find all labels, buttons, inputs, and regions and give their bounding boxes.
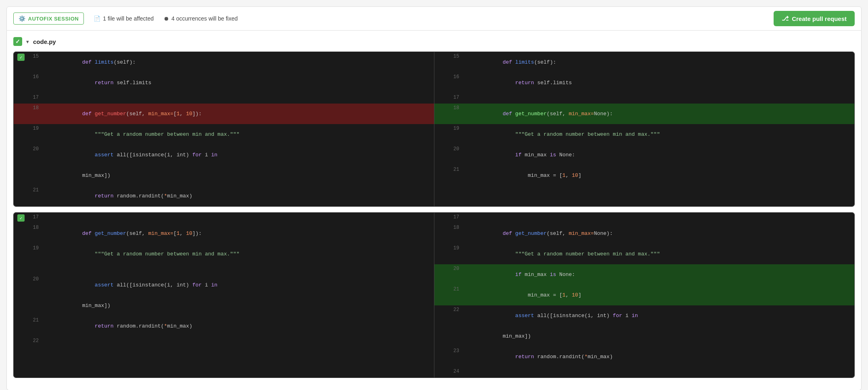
code-line-2r-19: 19 """Get a random number between min an… xyxy=(434,244,855,264)
file-name: code.py xyxy=(33,38,56,45)
code-line-left-header: ✓ 15 def limits(self): xyxy=(14,52,434,73)
line-num: 22 xyxy=(449,305,463,313)
code-line-r-21: 21 min_max = [1, 10] xyxy=(434,165,855,186)
create-pr-label: Create pull request xyxy=(792,15,847,22)
line-content: return self.limits xyxy=(463,73,855,93)
line-num xyxy=(28,264,43,266)
line-content: """Get a random number between min and m… xyxy=(43,244,434,264)
line-num: 23 xyxy=(449,346,463,354)
line-num: 21 xyxy=(28,316,43,323)
line-content: min_max]) xyxy=(43,165,434,186)
code-line-r-18-added: 18 def get_number(self, min_max=None): xyxy=(434,104,855,124)
create-pr-button[interactable]: ⎇ Create pull request xyxy=(774,11,855,26)
line-check-1[interactable]: ✓ xyxy=(14,52,28,61)
line-content: """Get a random number between min and m… xyxy=(463,124,855,145)
line-content: min_max]) xyxy=(463,326,855,346)
main-container: ✓ ▾ code.py ✓ 15 def limits(self): xyxy=(6,31,862,390)
line-content xyxy=(43,93,434,95)
code-line-2r-17: 17 xyxy=(434,213,855,223)
line-num: 15 xyxy=(449,52,463,59)
line-content xyxy=(43,336,434,339)
line-num: 19 xyxy=(449,244,463,251)
code-line-2r-18: 18 def get_number(self, min_max=None): xyxy=(434,223,855,244)
code-line-2l-empty1 xyxy=(14,264,434,275)
line-content: min_max]) xyxy=(43,295,434,316)
code-line-2l-20b: min_max]) xyxy=(14,295,434,316)
diff-block-1: ✓ 15 def limits(self): 16 return self.li… xyxy=(13,52,855,207)
line-num: 20 xyxy=(449,264,463,272)
code-line-2r-22: 22 assert all([isinstance(i, int) for i … xyxy=(434,305,855,326)
occurrences-stat: ⏺ 4 occurrences will be fixed xyxy=(163,15,238,22)
code-line-l-21: 21 return random.randint(*min_max) xyxy=(14,186,434,206)
file-icon: 📄 xyxy=(94,15,100,22)
line-num: 22 xyxy=(28,336,43,344)
file-header: ✓ ▾ code.py xyxy=(13,37,855,46)
code-line-l-20: 20 assert all([isinstance(i, int) for i … xyxy=(14,145,434,165)
line-num: 20 xyxy=(28,275,43,282)
code-line-2l-20: 20 assert all([isinstance(i, int) for i … xyxy=(14,275,434,295)
line-num: 17 xyxy=(28,93,43,100)
code-line-2l-21: 21 return random.randint(*min_max) xyxy=(14,316,434,336)
diff-left-2: ✓ 17 18 def get_number(self, min_max=[1,… xyxy=(14,213,434,378)
code-line-r-16: 16 return self.limits xyxy=(434,73,855,93)
line-content xyxy=(43,213,434,215)
code-line-2l-18: 18 def get_number(self, min_max=[1, 10])… xyxy=(14,223,434,244)
line-num: 20 xyxy=(28,145,43,152)
code-line-2r-24: 24 xyxy=(434,367,855,378)
line-content: """Get a random number between min and m… xyxy=(463,244,855,264)
line-content: def limits(self): xyxy=(43,52,434,73)
line-content: return self.limits xyxy=(43,73,434,93)
line-content: """Get a random number between min and m… xyxy=(43,124,434,145)
line-content: assert all([isinstance(i, int) for i in xyxy=(463,305,855,326)
code-line-r-15: 15 def limits(self): xyxy=(434,52,855,73)
line-num: 18 xyxy=(449,223,463,230)
diff-block-2: ✓ 17 18 def get_number(self, min_max=[1,… xyxy=(13,212,855,378)
line-num: 16 xyxy=(28,73,43,80)
files-affected-text: 1 file will be affected xyxy=(103,15,154,22)
line-num: 17 xyxy=(449,93,463,100)
autofix-label: AUTOFIX SESSION xyxy=(28,16,79,22)
line-num: 18 xyxy=(28,104,43,111)
line-content: if min_max is None: xyxy=(463,145,855,165)
line-check-2[interactable]: ✓ xyxy=(14,213,28,222)
diff-left-1: ✓ 15 def limits(self): 16 return self.li… xyxy=(14,52,434,206)
lc-empty xyxy=(14,73,28,74)
diff-row-1: ✓ 15 def limits(self): 16 return self.li… xyxy=(14,52,854,206)
code-line-2r-22b: min_max]) xyxy=(434,326,855,346)
line-num xyxy=(28,165,43,167)
line-num: 21 xyxy=(449,165,463,172)
wrench-icon: ⚙️ xyxy=(19,15,26,22)
code-line-l-17: 17 xyxy=(14,93,434,104)
line-content: min_max = [1, 10] xyxy=(463,285,855,305)
code-line-l-16: 16 return self.limits xyxy=(14,73,434,93)
diff-right-1: 15 def limits(self): 16 return self.limi… xyxy=(434,52,855,206)
line-num: 18 xyxy=(28,223,43,230)
line-num: 21 xyxy=(449,285,463,292)
line-num: 19 xyxy=(449,124,463,131)
code-line-2l-19: 19 """Get a random number between min an… xyxy=(14,244,434,264)
line-content: def get_number(self, min_max=[1, 10]): xyxy=(43,104,434,124)
line-num: 18 xyxy=(449,104,463,111)
line-num: 20 xyxy=(449,145,463,152)
line-content: assert all([isinstance(i, int) for i in xyxy=(43,275,434,295)
code-line-2l-22: 22 xyxy=(14,336,434,347)
diff-right-2: 17 18 def get_number(self, min_max=None)… xyxy=(434,213,855,378)
line-num: 16 xyxy=(449,73,463,80)
chevron-icon: ▾ xyxy=(26,39,29,45)
dot-icon: ⏺ xyxy=(163,15,169,22)
file-checkbox[interactable]: ✓ xyxy=(13,37,22,46)
row-checkbox-1: ✓ xyxy=(17,54,25,61)
line-num: 17 xyxy=(449,213,463,220)
row-checkbox-2: ✓ xyxy=(17,214,25,222)
line-content: return random.randint(*min_max) xyxy=(43,186,434,206)
diff-row-2: ✓ 17 18 def get_number(self, min_max=[1,… xyxy=(14,213,854,378)
code-line-r-20: 20 if min_max is None: xyxy=(434,145,855,165)
line-content: assert all([isinstance(i, int) for i in xyxy=(43,145,434,165)
line-content: if min_max is None: xyxy=(463,264,855,285)
code-line-l-19: 19 """Get a random number between min an… xyxy=(14,124,434,145)
line-num xyxy=(28,295,43,297)
code-line-l-18-removed: 18 def get_number(self, min_max=[1, 10])… xyxy=(14,104,434,124)
line-content: return random.randint(*min_max) xyxy=(463,346,855,367)
code-line-2r-21-added: 21 min_max = [1, 10] xyxy=(434,285,855,305)
line-content: def get_number(self, min_max=None): xyxy=(463,223,855,244)
